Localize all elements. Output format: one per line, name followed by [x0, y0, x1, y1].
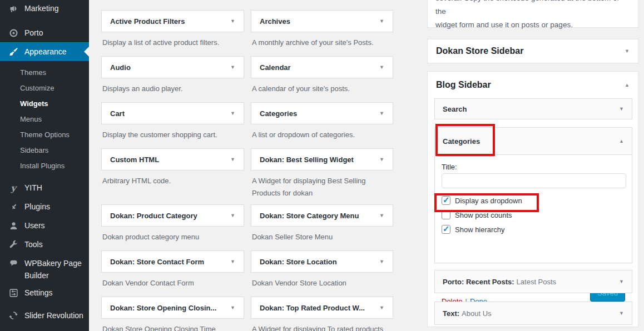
- available-widget-card[interactable]: Dokan: Store Category Menu: [251, 204, 393, 227]
- widget-description: Dokan Vendor Store Location: [252, 277, 394, 289]
- available-widget-card[interactable]: Cart: [101, 102, 244, 124]
- chevron-down-icon[interactable]: [379, 259, 384, 264]
- sidebar-item-marketing[interactable]: Marketing: [0, 1, 89, 16]
- sidebar-item-sidebars[interactable]: Sidebars: [0, 143, 89, 158]
- sidebar-item-label: Tools: [24, 240, 43, 249]
- notice-line-1: several. Copy the shortcode generated at…: [435, 0, 630, 18]
- widget-title-text: Text:: [443, 309, 459, 318]
- chevron-down-icon[interactable]: [230, 65, 235, 70]
- widget-description: Display the customer shopping cart.: [102, 129, 245, 141]
- sidebar-item-users[interactable]: Users: [0, 218, 89, 233]
- chevron-up-icon[interactable]: [625, 83, 630, 88]
- chevron-down-icon[interactable]: [379, 111, 384, 116]
- widget-title: Dokan: Product Category: [110, 212, 197, 220]
- widget-subtitle: About Us: [462, 309, 491, 318]
- title-input[interactable]: [442, 173, 626, 188]
- sidebar-item-theme-options[interactable]: Theme Options: [0, 127, 89, 143]
- sidebar-item-yith[interactable]: y YITH: [0, 180, 89, 195]
- admin-sidebar: Marketing Porto Appearance Themes Custom…: [0, 0, 89, 331]
- available-widget-card[interactable]: Calendar: [251, 56, 393, 78]
- widget-description: Display a list of active product filters…: [102, 37, 245, 49]
- available-widget-card[interactable]: Categories: [251, 102, 393, 124]
- widget-title: Categories: [443, 137, 480, 146]
- chevron-down-icon[interactable]: [379, 65, 384, 70]
- text-widget-bar[interactable]: Text:About Us: [434, 302, 632, 325]
- chevron-down-icon[interactable]: [619, 107, 624, 112]
- widget-description: A calendar of your site's posts.: [252, 83, 394, 95]
- sidebar-item-porto[interactable]: Porto: [0, 25, 89, 41]
- chevron-down-icon[interactable]: [230, 259, 235, 264]
- categories-widget-body: Title: Display as dropdown Show post cou…: [435, 155, 632, 234]
- widget-title: Dokan: Store Contact Form: [110, 258, 204, 266]
- title-field-label: Title:: [442, 163, 625, 171]
- sidebar-item-label: Slider Revolution: [24, 311, 83, 320]
- sidebar-item-label: YITH: [24, 183, 42, 192]
- sidebar-item-menus[interactable]: Menus: [0, 112, 89, 127]
- widget-title: Audio: [110, 63, 131, 72]
- widget-description: A monthly archive of your site's Posts.: [252, 37, 394, 49]
- sidebar-item-wpbakery-page-builder[interactable]: WPBakery Page Builder: [0, 257, 89, 281]
- chevron-down-icon[interactable]: [625, 49, 630, 54]
- chevron-down-icon[interactable]: [230, 305, 235, 310]
- available-widget-card[interactable]: Archives: [251, 10, 393, 32]
- categories-widget-header[interactable]: Categories: [435, 128, 632, 155]
- plug-icon: [8, 201, 19, 212]
- dokan-store-sidebar-panel[interactable]: Dokan Store Sidebar: [427, 39, 638, 63]
- chevron-up-icon[interactable]: [619, 139, 624, 144]
- show-hierarchy-checkbox[interactable]: [442, 225, 450, 234]
- rotate-arrows-icon: [8, 310, 19, 321]
- checkbox-label: Display as dropdown: [455, 197, 522, 205]
- wordpress-widgets-page: Marketing Porto Appearance Themes Custom…: [0, 0, 644, 331]
- search-widget-bar[interactable]: Search: [434, 98, 632, 119]
- sliders-icon: [8, 287, 19, 298]
- sidebar-notice-text: several. Copy the shortcode generated at…: [435, 0, 630, 32]
- sidebar-item-settings[interactable]: Settings: [0, 285, 89, 300]
- show-post-counts-checkbox[interactable]: [442, 210, 450, 219]
- chevron-down-icon[interactable]: [379, 157, 384, 162]
- sidebar-item-tools[interactable]: Tools: [0, 237, 89, 252]
- widget-title: Cart: [110, 109, 125, 118]
- checkbox-row: Display as dropdown: [442, 195, 625, 205]
- chevron-down-icon[interactable]: [230, 157, 235, 162]
- available-widget-card[interactable]: Dokan: Best Selling Widget: [251, 148, 393, 170]
- widget-description: Dokan Vendor Contact Form: [102, 277, 245, 289]
- speech-bubble-icon: [8, 257, 19, 268]
- chevron-down-icon[interactable]: [619, 311, 624, 316]
- available-widget-card[interactable]: Dokan: Product Category: [101, 204, 244, 227]
- display-as-dropdown-checkbox[interactable]: [442, 196, 450, 205]
- chevron-down-icon[interactable]: [230, 19, 235, 24]
- sidebar-item-label: Settings: [24, 288, 53, 297]
- available-widget-card[interactable]: Dokan: Store Contact Form: [101, 250, 244, 273]
- sidebar-item-themes[interactable]: Themes: [0, 65, 89, 81]
- blog-sidebar-header[interactable]: Blog Sidebar: [428, 72, 638, 98]
- sidebar-item-install-plugins[interactable]: Install Plugins: [0, 158, 89, 174]
- sidebar-item-appearance[interactable]: Appearance: [0, 42, 89, 61]
- sidebar-item-customize[interactable]: Customize: [0, 81, 89, 96]
- chevron-down-icon[interactable]: [379, 305, 384, 310]
- chevron-down-icon[interactable]: [230, 111, 235, 116]
- available-widget-card[interactable]: Dokan: Top Rated Product W...: [251, 297, 393, 319]
- sidebar-item-label: Marketing: [24, 4, 58, 13]
- widget-title: Active Product Filters: [110, 17, 185, 26]
- available-widget-card[interactable]: Active Product Filters: [101, 10, 244, 32]
- chevron-down-icon[interactable]: [379, 19, 384, 24]
- sidebars-panel: several. Copy the shortcode generated at…: [427, 0, 638, 331]
- sidebar-item-label: Users: [24, 221, 45, 230]
- sidebar-item-plugins[interactable]: Plugins: [0, 199, 89, 214]
- chevron-down-icon[interactable]: [619, 279, 624, 284]
- checkbox-row: Show post counts: [442, 210, 625, 220]
- sidebar-item-widgets[interactable]: Widgets: [0, 96, 89, 112]
- available-widget-card[interactable]: Dokan: Store Opening Closin...: [101, 297, 244, 319]
- available-widget-card[interactable]: Custom HTML: [101, 148, 244, 170]
- recent-posts-widget-bar[interactable]: Porto: Recent Posts:Latest Posts: [434, 270, 632, 293]
- widget-title: Calendar: [260, 63, 291, 72]
- chevron-down-icon[interactable]: [230, 213, 235, 218]
- widget-description: Dokan Seller Store Menu: [252, 231, 394, 243]
- chevron-down-icon[interactable]: [379, 213, 384, 218]
- available-widget-card[interactable]: Dokan: Store Location: [251, 250, 393, 273]
- bullseye-icon: [8, 27, 19, 38]
- widget-title: Custom HTML: [110, 156, 159, 164]
- sidebar-item-slider-revolution[interactable]: Slider Revolution: [0, 308, 89, 323]
- available-widget-card[interactable]: Audio: [101, 56, 244, 78]
- checkbox-label: Show post counts: [455, 211, 512, 219]
